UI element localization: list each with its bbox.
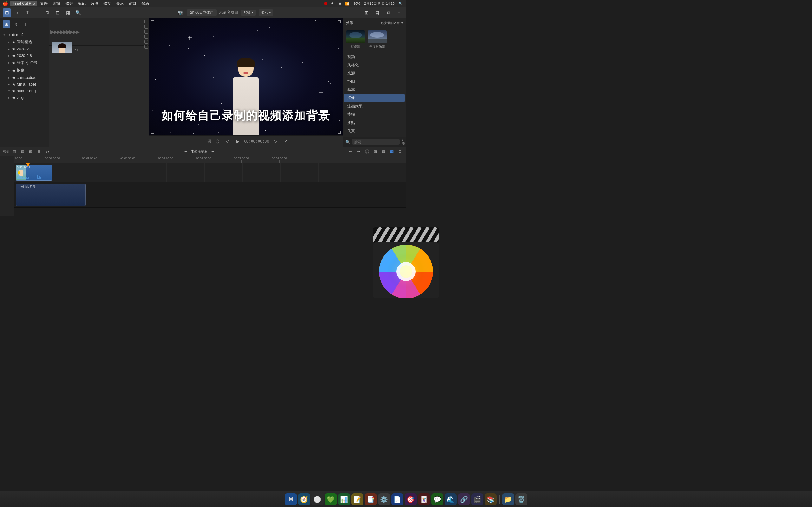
menu-window[interactable]: 窗口 <box>126 0 139 7</box>
menu-clip[interactable]: 片段 <box>89 0 101 7</box>
svg-point-13 <box>379 245 406 253</box>
effects-search-input[interactable] <box>352 139 400 145</box>
arrow-icon: ▼ <box>8 90 11 93</box>
music-icon-btn[interactable]: ♫ <box>12 20 20 28</box>
view-layout-btn[interactable]: ▦ <box>373 8 382 17</box>
menu-view[interactable]: 显示 <box>114 0 126 7</box>
tl-tag-btn[interactable]: ⊞ <box>36 148 43 155</box>
menu-trim[interactable]: 修剪 <box>63 0 75 7</box>
effects-count: 2 项 <box>402 137 405 146</box>
list-view-btn[interactable]: ▦ <box>63 8 72 17</box>
effects-cat-video[interactable]: 视频 <box>344 53 405 61</box>
prev-frame-btn[interactable]: ◁ <box>223 137 231 145</box>
display-chevron: ▾ <box>269 10 271 14</box>
sidebar-item-smart[interactable]: ▶ ★ 智能精选 <box>1 38 48 46</box>
timeline-playhead[interactable] <box>28 163 28 216</box>
menu-help[interactable]: 帮助 <box>139 0 151 7</box>
sidebar-item-numsong[interactable]: ▼ ★ num...song <box>1 88 48 94</box>
tick <box>52 160 52 163</box>
effect-thumb-keyer[interactable]: 抠像器 <box>346 31 365 49</box>
tl-clip-vid[interactable]: VID_2019... <box>16 165 52 181</box>
video-scope-btn[interactable]: 📷 <box>175 8 184 17</box>
next-frame-btn[interactable]: ▷ <box>272 137 280 145</box>
effects-cat-retro[interactable]: 怀旧 <box>344 78 405 86</box>
browser-layout-btn[interactable]: ⊞ <box>362 8 371 17</box>
svg-rect-12 <box>373 242 406 253</box>
menu-file[interactable]: 文件 <box>38 0 50 7</box>
sidebar-item-demo2[interactable]: ▼ ⊞ demo2 <box>1 32 48 38</box>
display-btn[interactable]: 显示 ▾ <box>258 9 273 16</box>
timeline-content[interactable]: 00:00:00:00 00:00:30:00 00:01:00:00 00:0… <box>14 156 406 216</box>
tl-tc-1: 00:00:30:00 <box>45 157 60 160</box>
tl-trim-btn[interactable]: ⇤ <box>347 148 354 155</box>
sidebar-item-label: fun a...abet <box>17 82 46 87</box>
library-btn[interactable]: ⊞ <box>3 8 11 17</box>
effects-cat-label: 基本 <box>347 88 355 92</box>
effect-label-keyer: 抠像器 <box>351 44 360 49</box>
tl-layout-btn[interactable]: ▦ <box>380 148 387 155</box>
tl-solo-btn[interactable]: ⊟ <box>372 148 379 155</box>
toolbar-center: 📷 2K 60p, 立体声 未命名项目 50% ▾ 显示 ▾ <box>88 8 361 17</box>
inspector-btn[interactable]: ⧉ <box>384 8 393 17</box>
sidebar-item-2020-2-1[interactable]: ▶ ★ 2020-2-1 <box>1 46 48 52</box>
play-btn[interactable]: ▶ <box>234 137 241 145</box>
menu-mark[interactable]: 标记 <box>76 0 88 7</box>
sidebar-item-huiben[interactable]: ▶ ★ 绘本-小红书 <box>1 59 48 66</box>
tl-audio-btn[interactable]: 🎧 <box>363 148 370 155</box>
apple-menu[interactable]: 🍎 <box>3 1 8 6</box>
effects-cat-label: 抠像 <box>347 96 355 100</box>
tl-filter-btn[interactable]: ⊟ <box>27 148 34 155</box>
title-icon-btn[interactable]: T <box>21 20 29 28</box>
sidebar-item-vlog[interactable]: ▶ ★ vlog <box>1 95 48 101</box>
tl-back-btn[interactable]: ⬅ <box>183 148 189 155</box>
library-icon-btn[interactable]: ⊞ <box>3 20 10 28</box>
search-menubar-icon[interactable]: 🔍 <box>398 2 403 6</box>
fullscreen-btn[interactable]: ⤢ <box>282 137 290 145</box>
effects-cat-cartoon[interactable]: 漫画效果 <box>344 102 405 110</box>
edit-in-out-btn[interactable]: ⬡ <box>213 137 221 145</box>
tl-end-btn[interactable]: ⊡ <box>397 148 403 155</box>
zoom-chevron: ▾ <box>252 10 253 14</box>
menu-finalcut[interactable]: Final Cut Pro <box>10 1 37 6</box>
tl-insert-btn[interactable]: ⇥ <box>355 148 362 155</box>
share-btn[interactable]: ↑ <box>395 8 403 17</box>
menu-edit[interactable]: 编辑 <box>50 0 62 7</box>
cross-marker-2 <box>300 30 304 34</box>
effects-cat-distort[interactable]: 失真 <box>344 127 405 135</box>
corner-bl <box>151 130 154 134</box>
title-btn[interactable]: T <box>23 8 32 17</box>
sidebar-item-keying[interactable]: ▶ ★ 抠像 <box>1 67 48 74</box>
tl-zoom-btn[interactable]: ▦ <box>388 148 395 155</box>
effects-cat-blur[interactable]: 模糊 <box>344 111 405 118</box>
menu-modify[interactable]: 修改 <box>101 0 113 7</box>
folder-icon: ★ <box>12 61 15 65</box>
sidebar-item-2020-2-8[interactable]: ▶ ★ 2020-2-8 <box>1 53 48 59</box>
tl-clip-audio[interactable]: ♫ twinkle 片段 <box>16 184 86 206</box>
fcp-logo-svg <box>371 226 406 253</box>
timeline-tracks: VID_2019... ♫ twinkle 片段 <box>14 163 406 216</box>
nav-btn[interactable]: ··· <box>33 8 42 17</box>
waveform-bar <box>35 175 35 179</box>
toolbar: ⊞ ♪ T ··· ⇅ ⊟ ▦ 🔍 📷 2K 60p, 立体声 未命名项目 50… <box>0 7 406 18</box>
effects-cat-tile[interactable]: 拼贴 <box>344 119 405 127</box>
effect-thumb-luma[interactable]: 亮度抠像器 <box>368 31 387 49</box>
nav2-btn[interactable]: ⇅ <box>43 8 52 17</box>
tl-clip-view-btn[interactable]: ▥ <box>11 148 18 155</box>
toolbar-sep1 <box>85 9 85 16</box>
waveform-bar <box>30 178 31 179</box>
effects-cat-basic[interactable]: 基本 <box>344 86 405 94</box>
effects-cat-light[interactable]: 光源 <box>344 69 405 77</box>
zoom-btn[interactable]: 50% ▾ <box>241 9 256 15</box>
effect-label-luma: 亮度抠像器 <box>369 44 385 49</box>
tl-list-view-btn[interactable]: ▤ <box>19 148 26 155</box>
music-btn[interactable]: ♪ <box>13 8 21 17</box>
effects-cat-keying[interactable]: 抠像 <box>344 94 405 102</box>
tl-forward-btn[interactable]: ➡ <box>209 148 216 155</box>
search-btn[interactable]: 🔍 <box>73 8 83 17</box>
effects-cat-stylize[interactable]: 风格化 <box>344 61 405 69</box>
sidebar-item-alphabet[interactable]: ▶ ★ fun a...abet <box>1 81 48 88</box>
tl-tool-btn[interactable]: ↓▾ <box>44 148 51 155</box>
sidebar-item-zodiac[interactable]: ▶ ★ chin...odiac <box>1 74 48 81</box>
grid-view-btn[interactable]: ⊟ <box>53 8 62 17</box>
display-label: 显示 <box>261 10 268 15</box>
